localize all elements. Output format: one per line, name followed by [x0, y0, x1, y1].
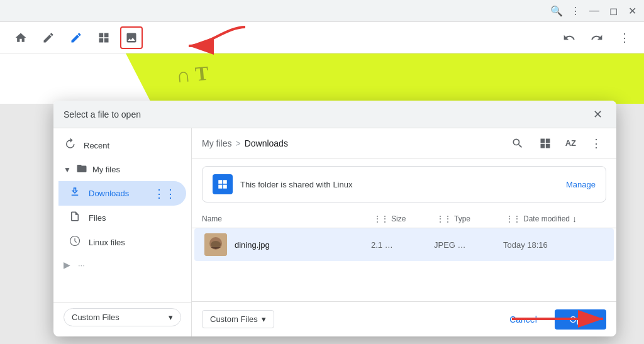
file-list: Name ⋮⋮ Size ⋮⋮ Type ⋮⋮ Date modified ↓	[192, 210, 616, 301]
toolbar-arrow	[126, 18, 252, 55]
size-dots-icon: ⋮⋮	[374, 214, 389, 223]
sidebar-item-downloads[interactable]: Downloads ⋮⋮	[58, 181, 186, 206]
file-list-header: Name ⋮⋮ Size ⋮⋮ Type ⋮⋮ Date modified ↓	[192, 210, 616, 228]
breadcrumb-current: Downloads	[245, 138, 288, 148]
redo-button[interactable]	[587, 28, 607, 48]
sidebar: Recent ▼ My files Downloads ⋮⋮	[53, 128, 192, 336]
file-date: Today 18:16	[503, 240, 604, 250]
sketch-area: ∩ T	[0, 53, 644, 104]
more-vert-icon[interactable]: ⋮	[570, 5, 581, 16]
linux-icon	[69, 235, 81, 250]
pen-button[interactable]	[37, 26, 60, 49]
linux-banner: This folder is shared with Linux Manage	[202, 166, 606, 203]
custom-files-dropdown[interactable]: Custom Files ▾	[202, 310, 274, 328]
more-button[interactable]: ⋮	[586, 133, 606, 153]
breadcrumb-root[interactable]: My files	[202, 138, 231, 148]
home-button[interactable]	[9, 26, 32, 49]
marker-button[interactable]	[65, 26, 87, 49]
file-name: dining.jpg	[235, 240, 371, 250]
files-icon	[69, 211, 81, 225]
col-date-header: ⋮⋮ Date modified ↓	[506, 214, 606, 224]
sidebar-item-recent[interactable]: Recent	[53, 133, 186, 158]
sort-button[interactable]: AZ	[563, 133, 579, 153]
app-toolbar: ⋮	[0, 22, 644, 53]
arrow-icon: ▶	[64, 260, 70, 270]
sketch-text: ∩ T	[175, 62, 209, 87]
undo-button[interactable]	[559, 28, 579, 48]
sidebar-my-files[interactable]: ▼ My files	[53, 158, 191, 181]
minimize-icon[interactable]: —	[589, 5, 600, 16]
files-label: Files	[89, 213, 106, 223]
linux-files-label: Linux files	[89, 238, 125, 247]
footer-left: Custom Files ▾	[202, 310, 274, 328]
linux-manage-link[interactable]: Manage	[566, 180, 596, 189]
breadcrumb: My files > Downloads	[202, 138, 288, 148]
linux-banner-text: This folder is shared with Linux	[240, 180, 558, 189]
dialog-close-button[interactable]: ✕	[589, 106, 606, 123]
sidebar-item-more[interactable]: ▶ ···	[53, 255, 186, 275]
dropdown-arrow-icon: ▾	[169, 313, 173, 322]
custom-files-label: Custom Files	[72, 313, 119, 322]
linux-banner-icon	[213, 174, 233, 194]
my-files-icon	[76, 163, 87, 176]
search-button[interactable]	[508, 133, 528, 153]
open-button-arrow	[506, 300, 631, 338]
footer-dropdown-label: Custom Files	[210, 314, 258, 324]
expand-icon: ▼	[64, 165, 71, 174]
search-icon[interactable]: 🔍	[551, 5, 562, 16]
sidebar-more-icon[interactable]: ⋮⋮	[153, 187, 176, 201]
sidebar-item-files[interactable]: Files	[58, 206, 186, 230]
date-dots-icon: ⋮⋮	[506, 214, 521, 223]
main-toolbar-actions: AZ ⋮	[508, 133, 606, 153]
more-options-button[interactable]: ⋮	[614, 28, 635, 48]
dropdown-icon: ▾	[262, 314, 266, 324]
file-type: JPEG …	[434, 240, 503, 250]
downloads-label: Downloads	[89, 189, 129, 198]
col-size-header: ⋮⋮ Size	[374, 214, 436, 223]
main-toolbar: My files > Downloads AZ ⋮	[192, 128, 616, 158]
sidebar-footer: Custom Files ▾	[53, 302, 191, 331]
grid-view-button[interactable]	[535, 133, 555, 153]
col-type-header: ⋮⋮ Type	[436, 214, 506, 223]
chrome-titlebar: 🔍 ⋮ — ◻ ✕	[0, 0, 644, 22]
table-row[interactable]: dining.jpg 2.1 … JPEG … Today 18:16	[194, 228, 614, 261]
grid-button[interactable]	[92, 26, 115, 49]
custom-files-button[interactable]: Custom Files ▾	[64, 308, 181, 326]
col-name-header: Name	[202, 214, 374, 223]
close-icon[interactable]: ✕	[626, 5, 638, 16]
my-files-label: My files	[92, 165, 120, 174]
sidebar-item-linux[interactable]: Linux files	[58, 230, 186, 255]
breadcrumb-separator: >	[235, 138, 240, 148]
file-thumbnail	[204, 233, 227, 256]
file-size: 2.1 …	[371, 240, 434, 250]
dialog-title: Select a file to open	[64, 109, 141, 119]
dialog-header: Select a file to open ✕	[53, 101, 616, 128]
sidebar-recent-label: Recent	[84, 141, 109, 150]
type-dots-icon: ⋮⋮	[436, 214, 452, 223]
downloads-icon	[69, 186, 81, 201]
maximize-icon[interactable]: ◻	[608, 5, 619, 16]
sort-dir-icon: ↓	[572, 214, 577, 224]
recent-icon	[64, 138, 76, 153]
